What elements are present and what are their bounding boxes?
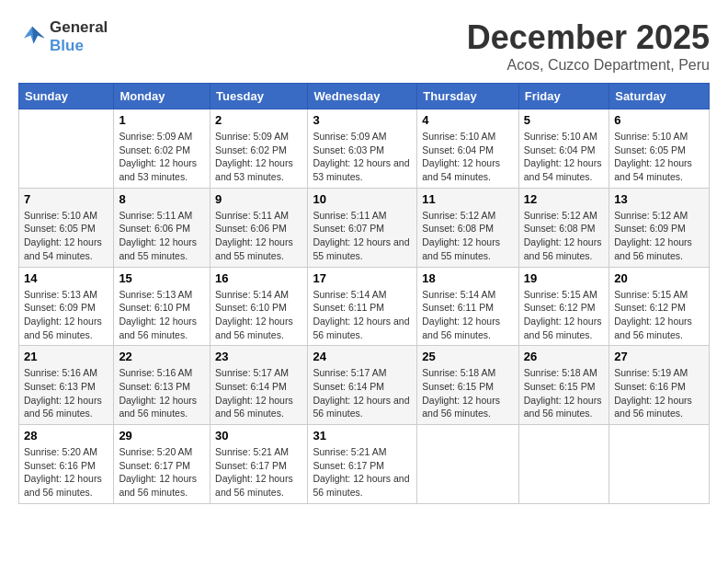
calendar-cell: 28Sunrise: 5:20 AM Sunset: 6:16 PM Dayli… [19, 425, 114, 504]
logo-bird-icon [18, 23, 46, 51]
day-number: 28 [24, 429, 108, 442]
calendar-cell: 18Sunrise: 5:14 AM Sunset: 6:11 PM Dayli… [417, 267, 519, 346]
day-info: Sunrise: 5:20 AM Sunset: 6:17 PM Dayligh… [119, 445, 205, 500]
day-number: 13 [614, 192, 704, 206]
calendar-week-row: 14Sunrise: 5:13 AM Sunset: 6:09 PM Dayli… [19, 267, 710, 346]
day-info: Sunrise: 5:18 AM Sunset: 6:15 PM Dayligh… [422, 366, 514, 420]
calendar-cell: 2Sunrise: 5:09 AM Sunset: 6:02 PM Daylig… [210, 109, 308, 189]
calendar-cell: 13Sunrise: 5:12 AM Sunset: 6:09 PM Dayli… [609, 188, 710, 267]
calendar-cell: 10Sunrise: 5:11 AM Sunset: 6:07 PM Dayli… [308, 188, 417, 267]
day-info: Sunrise: 5:10 AM Sunset: 6:04 PM Dayligh… [422, 130, 514, 184]
logo: General Blue [18, 18, 108, 55]
day-info: Sunrise: 5:20 AM Sunset: 6:16 PM Dayligh… [24, 445, 108, 500]
day-info: Sunrise: 5:12 AM Sunset: 6:08 PM Dayligh… [524, 209, 604, 263]
day-number: 9 [215, 192, 302, 206]
day-number: 22 [119, 350, 205, 363]
calendar-cell: 6Sunrise: 5:10 AM Sunset: 6:05 PM Daylig… [609, 109, 710, 189]
calendar-cell: 1Sunrise: 5:09 AM Sunset: 6:02 PM Daylig… [114, 109, 210, 189]
calendar-cell [19, 109, 114, 189]
day-info: Sunrise: 5:12 AM Sunset: 6:08 PM Dayligh… [422, 209, 514, 263]
calendar-cell: 21Sunrise: 5:16 AM Sunset: 6:13 PM Dayli… [19, 346, 114, 425]
calendar-table: SundayMondayTuesdayWednesdayThursdayFrid… [18, 83, 710, 504]
header-day-thursday: Thursday [417, 84, 519, 109]
day-number: 1 [119, 113, 205, 127]
calendar-cell: 4Sunrise: 5:10 AM Sunset: 6:04 PM Daylig… [417, 109, 519, 189]
day-info: Sunrise: 5:11 AM Sunset: 6:06 PM Dayligh… [215, 209, 302, 263]
calendar-week-row: 1Sunrise: 5:09 AM Sunset: 6:02 PM Daylig… [19, 109, 710, 189]
day-info: Sunrise: 5:17 AM Sunset: 6:14 PM Dayligh… [215, 366, 302, 420]
page-title: December 2025 [467, 18, 710, 57]
day-info: Sunrise: 5:13 AM Sunset: 6:10 PM Dayligh… [119, 288, 205, 342]
header-day-saturday: Saturday [609, 84, 710, 109]
day-info: Sunrise: 5:12 AM Sunset: 6:09 PM Dayligh… [614, 209, 704, 263]
day-number: 20 [614, 271, 704, 285]
calendar-cell: 5Sunrise: 5:10 AM Sunset: 6:04 PM Daylig… [518, 109, 609, 189]
day-info: Sunrise: 5:14 AM Sunset: 6:11 PM Dayligh… [422, 288, 514, 342]
day-info: Sunrise: 5:15 AM Sunset: 6:12 PM Dayligh… [524, 288, 604, 342]
day-number: 8 [119, 192, 205, 206]
day-number: 29 [119, 429, 205, 442]
calendar-cell: 27Sunrise: 5:19 AM Sunset: 6:16 PM Dayli… [609, 346, 710, 425]
calendar-cell [609, 425, 710, 504]
day-number: 12 [524, 192, 604, 206]
calendar-cell: 26Sunrise: 5:18 AM Sunset: 6:15 PM Dayli… [518, 346, 609, 425]
day-info: Sunrise: 5:11 AM Sunset: 6:07 PM Dayligh… [313, 209, 412, 263]
day-info: Sunrise: 5:14 AM Sunset: 6:10 PM Dayligh… [215, 288, 302, 342]
day-info: Sunrise: 5:11 AM Sunset: 6:06 PM Dayligh… [119, 209, 205, 263]
calendar-cell: 25Sunrise: 5:18 AM Sunset: 6:15 PM Dayli… [417, 346, 519, 425]
day-number: 5 [524, 113, 604, 127]
calendar-cell: 16Sunrise: 5:14 AM Sunset: 6:10 PM Dayli… [210, 267, 308, 346]
day-number: 4 [422, 113, 514, 127]
logo-text: General Blue [50, 18, 108, 55]
calendar-cell: 24Sunrise: 5:17 AM Sunset: 6:14 PM Dayli… [308, 346, 417, 425]
day-info: Sunrise: 5:16 AM Sunset: 6:13 PM Dayligh… [24, 366, 108, 420]
calendar-week-row: 28Sunrise: 5:20 AM Sunset: 6:16 PM Dayli… [19, 425, 710, 504]
calendar-header-row: SundayMondayTuesdayWednesdayThursdayFrid… [19, 84, 710, 109]
day-info: Sunrise: 5:09 AM Sunset: 6:02 PM Dayligh… [119, 130, 205, 184]
calendar-cell: 23Sunrise: 5:17 AM Sunset: 6:14 PM Dayli… [210, 346, 308, 425]
day-info: Sunrise: 5:18 AM Sunset: 6:15 PM Dayligh… [524, 366, 604, 420]
day-info: Sunrise: 5:17 AM Sunset: 6:14 PM Dayligh… [313, 366, 412, 420]
day-number: 19 [524, 271, 604, 285]
day-info: Sunrise: 5:10 AM Sunset: 6:05 PM Dayligh… [24, 209, 108, 263]
calendar-cell [518, 425, 609, 504]
calendar-cell: 15Sunrise: 5:13 AM Sunset: 6:10 PM Dayli… [114, 267, 210, 346]
calendar-cell [417, 425, 519, 504]
day-info: Sunrise: 5:15 AM Sunset: 6:12 PM Dayligh… [614, 288, 704, 342]
day-number: 11 [422, 192, 514, 206]
day-number: 10 [313, 192, 412, 206]
calendar-cell: 20Sunrise: 5:15 AM Sunset: 6:12 PM Dayli… [609, 267, 710, 346]
calendar-cell: 17Sunrise: 5:14 AM Sunset: 6:11 PM Dayli… [308, 267, 417, 346]
day-info: Sunrise: 5:10 AM Sunset: 6:05 PM Dayligh… [614, 130, 704, 184]
day-info: Sunrise: 5:13 AM Sunset: 6:09 PM Dayligh… [24, 288, 108, 342]
day-number: 3 [313, 113, 412, 127]
calendar-week-row: 21Sunrise: 5:16 AM Sunset: 6:13 PM Dayli… [19, 346, 710, 425]
calendar-cell: 8Sunrise: 5:11 AM Sunset: 6:06 PM Daylig… [114, 188, 210, 267]
header-day-sunday: Sunday [19, 84, 114, 109]
header-day-wednesday: Wednesday [308, 84, 417, 109]
day-number: 23 [215, 350, 302, 363]
calendar-cell: 12Sunrise: 5:12 AM Sunset: 6:08 PM Dayli… [518, 188, 609, 267]
day-number: 6 [614, 113, 704, 127]
calendar-cell: 11Sunrise: 5:12 AM Sunset: 6:08 PM Dayli… [417, 188, 519, 267]
day-info: Sunrise: 5:14 AM Sunset: 6:11 PM Dayligh… [313, 288, 412, 342]
day-number: 26 [524, 350, 604, 363]
calendar-cell: 3Sunrise: 5:09 AM Sunset: 6:03 PM Daylig… [308, 109, 417, 189]
calendar-cell: 29Sunrise: 5:20 AM Sunset: 6:17 PM Dayli… [114, 425, 210, 504]
day-number: 27 [614, 350, 704, 363]
calendar-cell: 14Sunrise: 5:13 AM Sunset: 6:09 PM Dayli… [19, 267, 114, 346]
day-number: 18 [422, 271, 514, 285]
day-info: Sunrise: 5:09 AM Sunset: 6:02 PM Dayligh… [215, 130, 302, 184]
day-info: Sunrise: 5:09 AM Sunset: 6:03 PM Dayligh… [313, 130, 412, 184]
day-info: Sunrise: 5:21 AM Sunset: 6:17 PM Dayligh… [215, 445, 302, 500]
day-number: 14 [24, 271, 108, 285]
svg-marker-1 [32, 27, 45, 44]
day-number: 17 [313, 271, 412, 285]
day-number: 15 [119, 271, 205, 285]
calendar-cell: 30Sunrise: 5:21 AM Sunset: 6:17 PM Dayli… [210, 425, 308, 504]
calendar-week-row: 7Sunrise: 5:10 AM Sunset: 6:05 PM Daylig… [19, 188, 710, 267]
title-area: December 2025 Acos, Cuzco Department, Pe… [467, 18, 710, 74]
header-day-friday: Friday [518, 84, 609, 109]
day-info: Sunrise: 5:16 AM Sunset: 6:13 PM Dayligh… [119, 366, 205, 420]
day-number: 21 [24, 350, 108, 363]
